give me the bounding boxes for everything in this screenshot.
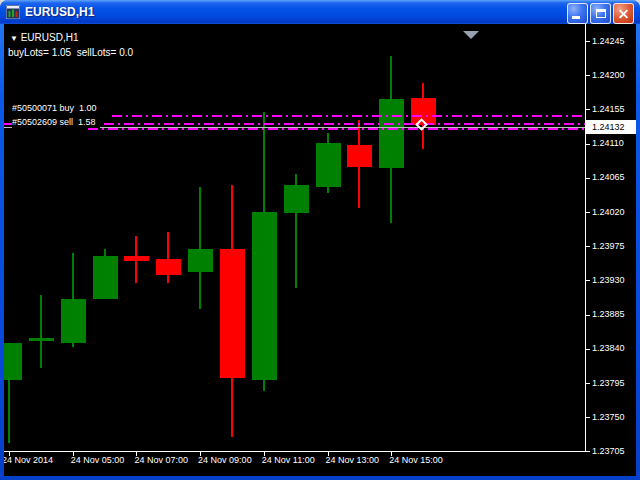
candle-wick [199,187,201,309]
price-tick-label: 1.24245 [592,36,625,47]
candle-body [379,99,404,168]
price-tick [585,41,590,42]
price-tick-label: 1.24200 [592,70,625,81]
minimize-button[interactable] [567,3,588,24]
lots-status: buyLots= 1.05 sellLots= 0.0 [8,47,133,58]
price-tick [585,315,590,316]
candle-body [124,256,149,261]
bid-price-badge: 1.24132 [586,120,636,134]
candle-body [252,212,277,380]
order-label-buy: #50500071 buy 1.00 [12,103,101,114]
order-label-sell: #50502609 sell 1.58 [12,117,100,128]
candle-body [347,145,372,167]
sell-order-line[interactable] [88,128,585,130]
candle-body [188,249,213,272]
price-tick [585,212,590,213]
price-tick-label: 1.24065 [592,172,625,183]
time-tick-label: 24 Nov 13:00 [326,455,380,466]
candle-body [316,143,341,187]
price-tick [585,280,590,281]
price-tick [585,109,590,110]
time-tick-label: 24 Nov 15:00 [389,455,443,466]
price-tick-label: 1.23750 [592,412,625,423]
price-tick [585,349,590,350]
price-axis-line [585,24,586,452]
window-title: EURUSD,H1 [25,5,94,19]
candle-body [29,338,54,341]
price-tick [585,75,590,76]
window-titlebar[interactable]: EURUSD,H1 [0,0,640,24]
symbol-dropdown[interactable]: ▼ EURUSD,H1 [10,32,79,45]
minimize-icon [572,16,580,19]
price-tick-label: 1.23975 [592,241,625,252]
candle-body [156,259,181,275]
candle-body [4,343,22,380]
price-tick-label: 1.23795 [592,378,625,389]
chart-area[interactable]: ▼ EURUSD,H1 buyLots= 1.05 sellLots= 0.0 … [4,24,636,476]
price-tick-label: 1.24020 [592,207,625,218]
time-tick-label: 24 Nov 07:00 [134,455,188,466]
time-tick-label: 24 Nov 2014 [4,455,53,466]
price-tick [585,417,590,418]
time-tick-label: 24 Nov 05:00 [71,455,125,466]
time-axis-line [4,451,586,452]
chart-window: EURUSD,H1 ▼ EURUSD,H1 buyLots= 1.05 sell… [0,0,640,480]
close-button[interactable] [613,3,634,24]
price-tick [585,246,590,247]
symbol-header-label: EURUSD,H1 [18,32,79,43]
time-tick-label: 24 Nov 11:00 [262,455,315,466]
buy-order-line[interactable] [112,115,585,117]
time-tick-label: 24 Nov 09:00 [198,455,252,466]
price-tick [585,383,590,384]
candle-body [220,249,245,378]
candle-body [284,185,309,213]
price-tick-label: 1.23930 [592,275,625,286]
price-tick [585,451,590,452]
chart-shift-icon [463,31,479,39]
price-tick-label: 1.23705 [592,446,625,457]
candle-body [93,256,118,299]
app-icon [6,5,20,19]
price-tick [585,144,590,145]
price-tick-label: 1.24155 [592,104,625,115]
candle-wick [40,295,42,368]
price-tick-label: 1.23885 [592,309,625,320]
candle-body [61,299,86,343]
price-tick [585,178,590,179]
maximize-button[interactable] [590,3,611,24]
chevron-down-icon: ▼ [10,34,18,43]
price-tick-label: 1.23840 [592,343,625,354]
price-tick-label: 1.24110 [592,138,624,149]
maximize-icon [596,9,606,18]
